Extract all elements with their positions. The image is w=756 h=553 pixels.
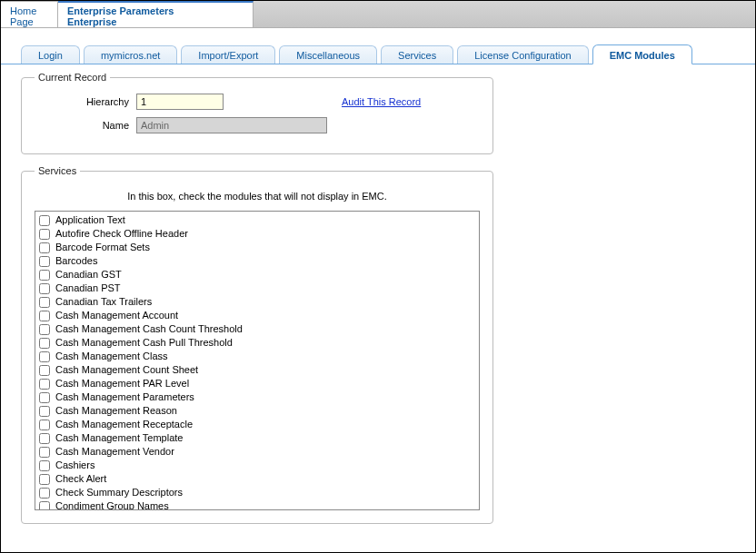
module-checkbox[interactable]	[39, 229, 50, 240]
module-label: Cash Management PAR Level	[55, 377, 189, 390]
module-item[interactable]: Cash Management Class	[39, 350, 475, 363]
enterprise-parameters-tab[interactable]: Enterprise Parameters Enterprise	[58, 1, 254, 27]
module-item[interactable]: Cash Management Receptacle	[39, 418, 475, 431]
module-label: Cash Management Cash Pull Threshold	[55, 336, 233, 350]
module-item[interactable]: Cash Management Count Sheet	[39, 363, 475, 377]
topbar-filler	[254, 1, 755, 27]
services-instruction: In this box, check the modules that will…	[35, 191, 480, 202]
module-label: Canadian PST	[55, 281, 121, 295]
services-legend: Services	[35, 165, 80, 176]
module-item[interactable]: Cash Management Account	[39, 309, 475, 322]
module-checkbox[interactable]	[39, 215, 50, 226]
module-item[interactable]: Cash Management Vendor	[39, 445, 475, 459]
module-label: Cashiers	[55, 459, 94, 472]
module-item[interactable]: Cash Management Cash Pull Threshold	[39, 336, 475, 350]
module-label: Cash Management Reason	[55, 404, 177, 418]
audit-this-record-link[interactable]: Audit This Record	[342, 96, 421, 107]
module-checkbox[interactable]	[39, 460, 50, 471]
module-checkbox[interactable]	[39, 351, 50, 362]
module-checkbox[interactable]	[39, 324, 50, 335]
module-label: Canadian Tax Trailers	[55, 295, 152, 309]
home-page-tab[interactable]: Home Page	[1, 1, 58, 27]
module-checkbox[interactable]	[39, 420, 50, 430]
module-item[interactable]: Autofire Check Offline Header	[39, 227, 475, 241]
module-item[interactable]: Canadian Tax Trailers	[39, 295, 475, 309]
module-checkbox[interactable]	[39, 365, 50, 376]
module-checkbox[interactable]	[39, 283, 50, 294]
module-item[interactable]: Check Summary Descriptors	[39, 486, 475, 499]
tab-login[interactable]: Login	[21, 45, 80, 64]
tab-services[interactable]: Services	[381, 45, 453, 64]
tab-emc-modules[interactable]: EMC Modules	[592, 44, 692, 64]
services-group: Services In this box, check the modules …	[21, 165, 493, 524]
module-checkbox[interactable]	[39, 406, 50, 417]
module-item[interactable]: Barcode Format Sets	[39, 241, 475, 254]
module-item[interactable]: Cash Management Parameters	[39, 390, 475, 404]
module-item[interactable]: Cash Management Cash Count Threshold	[39, 322, 475, 336]
module-item[interactable]: Barcodes	[39, 254, 475, 268]
module-label: Condiment Group Names	[55, 499, 169, 510]
module-label: Autofire Check Offline Header	[55, 227, 188, 241]
module-item[interactable]: Cash Management Template	[39, 431, 475, 445]
hierarchy-row: Hierarchy Audit This Record	[35, 94, 480, 110]
module-label: Barcodes	[55, 254, 97, 268]
module-label: Check Alert	[55, 472, 106, 486]
module-label: Cash Management Template	[55, 431, 183, 445]
name-input	[136, 117, 327, 133]
module-label: Application Text	[55, 213, 125, 227]
module-label: Cash Management Parameters	[55, 390, 194, 404]
module-label: Barcode Format Sets	[55, 241, 150, 254]
top-breadcrumb-bar: Home Page Enterprise Parameters Enterpri…	[1, 1, 755, 28]
module-label: Check Summary Descriptors	[55, 486, 183, 499]
module-item[interactable]: Cashiers	[39, 459, 475, 472]
module-checkbox[interactable]	[39, 297, 50, 308]
module-checkbox[interactable]	[39, 488, 50, 499]
tab-mymicros[interactable]: mymicros.net	[84, 45, 177, 64]
module-checkbox[interactable]	[39, 242, 50, 253]
module-checkbox[interactable]	[39, 338, 50, 349]
module-list[interactable]: Application TextAutofire Check Offline H…	[35, 211, 480, 510]
module-item[interactable]: Check Alert	[39, 472, 475, 486]
module-label: Cash Management Class	[55, 350, 168, 363]
name-row: Name	[35, 117, 480, 133]
module-checkbox[interactable]	[39, 447, 50, 458]
module-checkbox[interactable]	[39, 379, 50, 390]
module-checkbox[interactable]	[39, 433, 50, 444]
hierarchy-input[interactable]	[136, 94, 224, 110]
module-label: Cash Management Account	[55, 309, 178, 322]
tab-content: Current Record Hierarchy Audit This Reco…	[1, 64, 755, 524]
current-record-legend: Current Record	[35, 72, 110, 83]
app-frame: Home Page Enterprise Parameters Enterpri…	[0, 0, 756, 553]
module-checkbox[interactable]	[39, 474, 50, 485]
tab-strip: Login mymicros.net Import/Export Miscell…	[1, 41, 755, 64]
module-checkbox[interactable]	[39, 501, 50, 511]
module-item[interactable]: Canadian PST	[39, 281, 475, 295]
module-checkbox[interactable]	[39, 270, 50, 281]
module-label: Cash Management Count Sheet	[55, 363, 198, 377]
module-label: Cash Management Receptacle	[55, 418, 193, 431]
module-checkbox[interactable]	[39, 392, 50, 403]
tab-license-configuration[interactable]: License Configuration	[457, 45, 588, 64]
current-record-group: Current Record Hierarchy Audit This Reco…	[21, 72, 493, 154]
module-item[interactable]: Cash Management PAR Level	[39, 377, 475, 390]
tab-miscellaneous[interactable]: Miscellaneous	[279, 45, 377, 64]
module-label: Cash Management Cash Count Threshold	[55, 322, 243, 336]
module-checkbox[interactable]	[39, 256, 50, 267]
module-checkbox[interactable]	[39, 311, 50, 321]
module-item[interactable]: Canadian GST	[39, 268, 475, 281]
name-label: Name	[35, 120, 136, 131]
tab-import-export[interactable]: Import/Export	[181, 45, 275, 64]
module-label: Canadian GST	[55, 268, 122, 281]
module-label: Cash Management Vendor	[55, 445, 174, 459]
module-item[interactable]: Condiment Group Names	[39, 499, 475, 510]
module-item[interactable]: Application Text	[39, 213, 475, 227]
hierarchy-label: Hierarchy	[35, 96, 136, 107]
module-item[interactable]: Cash Management Reason	[39, 404, 475, 418]
